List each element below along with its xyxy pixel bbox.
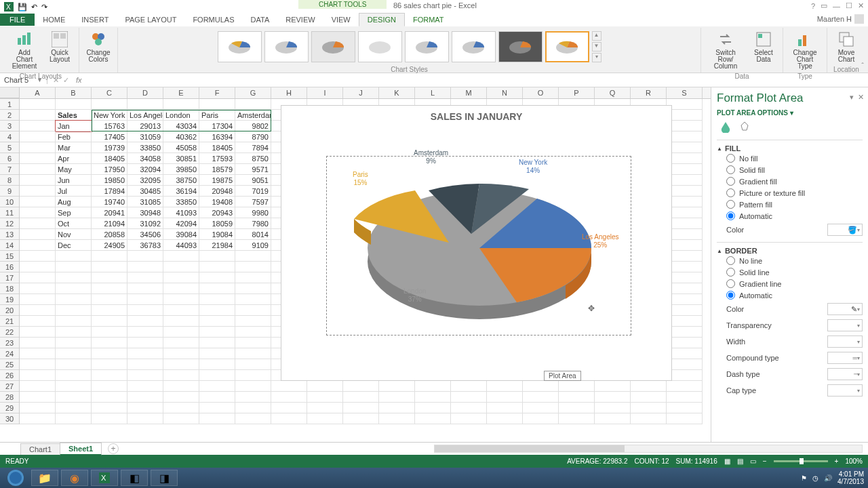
cell[interactable] xyxy=(127,392,163,403)
row-header[interactable]: 10 xyxy=(0,197,19,207)
cell[interactable]: Amsterdam xyxy=(235,110,271,121)
cell[interactable] xyxy=(235,99,271,110)
cell[interactable]: 9109 xyxy=(235,240,271,251)
cell[interactable]: 21094 xyxy=(92,218,127,229)
task-app2[interactable]: ◨ xyxy=(151,470,178,486)
cell[interactable] xyxy=(235,338,271,348)
column-header[interactable]: M xyxy=(451,87,487,98)
cell[interactable] xyxy=(56,403,92,413)
cell[interactable] xyxy=(92,251,127,262)
cell[interactable] xyxy=(127,251,163,262)
tab-formulas[interactable]: FORMULAS xyxy=(184,14,242,26)
zoom-slider[interactable] xyxy=(774,460,828,462)
cell[interactable]: 20858 xyxy=(92,229,127,240)
cell[interactable] xyxy=(92,392,127,403)
add-sheet-button[interactable]: + xyxy=(108,443,119,454)
cell[interactable] xyxy=(20,197,56,207)
cell[interactable] xyxy=(415,413,451,424)
cell[interactable]: 33850 xyxy=(163,197,199,207)
row-header[interactable]: 20 xyxy=(0,305,19,316)
fill-no-fill[interactable]: No fill xyxy=(717,152,863,164)
column-header[interactable]: C xyxy=(92,87,127,98)
change-chart-type-button[interactable]: Change Chart Type xyxy=(787,29,823,71)
cell[interactable]: 9980 xyxy=(235,207,271,218)
cell[interactable] xyxy=(163,403,199,413)
cell[interactable]: Sales xyxy=(56,110,92,121)
cell[interactable] xyxy=(20,392,56,403)
cell[interactable]: 31085 xyxy=(127,197,163,207)
cell[interactable]: 34058 xyxy=(127,153,163,164)
effects-icon[interactable] xyxy=(738,121,751,134)
cell[interactable] xyxy=(235,251,271,262)
worksheet[interactable]: ABCDEFGHIJKLMNOPQRS 12345678910111213141… xyxy=(0,87,711,442)
dash-picker[interactable]: ┄▾ xyxy=(827,368,863,380)
cell[interactable] xyxy=(595,413,631,424)
cell[interactable] xyxy=(56,272,92,283)
column-header[interactable]: D xyxy=(127,87,163,98)
cell[interactable] xyxy=(20,381,56,392)
compound-picker[interactable]: ═▾ xyxy=(827,352,863,364)
cell[interactable] xyxy=(56,413,92,424)
column-header[interactable]: I xyxy=(307,87,343,98)
cell[interactable]: Jun xyxy=(56,175,92,186)
cell[interactable]: 9051 xyxy=(235,175,271,186)
chart-object[interactable]: SALES IN JANUARY xyxy=(281,105,672,381)
fx-icon[interactable]: fx xyxy=(73,76,85,85)
cell[interactable] xyxy=(92,413,127,424)
cell[interactable] xyxy=(127,359,163,370)
cell[interactable]: 18579 xyxy=(199,164,235,175)
cell[interactable] xyxy=(127,294,163,305)
cell[interactable] xyxy=(92,294,127,305)
cell[interactable] xyxy=(163,348,199,359)
column-header[interactable]: K xyxy=(379,87,415,98)
row-header[interactable]: 30 xyxy=(0,413,19,424)
cell[interactable] xyxy=(20,370,56,381)
cell[interactable] xyxy=(92,327,127,338)
fill-line-icon[interactable] xyxy=(719,121,732,134)
cell[interactable] xyxy=(163,262,199,272)
fill-color-picker[interactable]: 🪣▾ xyxy=(827,224,863,236)
cell[interactable]: 20948 xyxy=(199,186,235,197)
cell[interactable] xyxy=(235,348,271,359)
column-header[interactable]: S xyxy=(667,87,703,98)
cell[interactable] xyxy=(271,413,307,424)
view-normal-icon[interactable]: ▦ xyxy=(724,458,730,465)
cell[interactable]: Sep xyxy=(56,207,92,218)
cell[interactable] xyxy=(20,164,56,175)
cell[interactable]: 17304 xyxy=(199,121,235,131)
cell[interactable]: 8750 xyxy=(235,153,271,164)
cell[interactable] xyxy=(56,283,92,294)
cell[interactable] xyxy=(127,403,163,413)
cell[interactable] xyxy=(199,338,235,348)
column-header[interactable]: J xyxy=(343,87,379,98)
fill-section-header[interactable]: FILL xyxy=(725,144,741,152)
column-header[interactable]: Q xyxy=(595,87,631,98)
cell[interactable]: 19875 xyxy=(199,175,235,186)
cell[interactable] xyxy=(667,413,703,424)
row-header[interactable]: 29 xyxy=(0,403,19,413)
help-icon[interactable]: ? xyxy=(811,2,815,10)
cell[interactable] xyxy=(20,131,56,142)
cell[interactable] xyxy=(631,392,667,403)
cell[interactable]: 19084 xyxy=(199,229,235,240)
cell[interactable] xyxy=(307,403,343,413)
cell[interactable] xyxy=(415,381,451,392)
cell[interactable]: 39850 xyxy=(163,164,199,175)
chart-style-6[interactable] xyxy=(452,31,496,62)
fill-pattern[interactable]: Pattern fill xyxy=(717,199,863,210)
row-header[interactable]: 6 xyxy=(0,153,19,164)
cell[interactable] xyxy=(163,327,199,338)
cell[interactable] xyxy=(307,381,343,392)
view-page-layout-icon[interactable]: ▤ xyxy=(737,458,743,465)
cell[interactable] xyxy=(20,348,56,359)
zoom-in-icon[interactable]: + xyxy=(835,458,839,465)
cell[interactable] xyxy=(20,153,56,164)
cell[interactable] xyxy=(20,316,56,327)
row-header[interactable]: 17 xyxy=(0,272,19,283)
cell[interactable] xyxy=(235,305,271,316)
cell[interactable] xyxy=(595,381,631,392)
cell[interactable]: Paris xyxy=(199,110,235,121)
cell[interactable]: 39084 xyxy=(163,229,199,240)
cell[interactable] xyxy=(523,413,559,424)
pane-close-icon[interactable]: ✕ xyxy=(858,93,864,102)
